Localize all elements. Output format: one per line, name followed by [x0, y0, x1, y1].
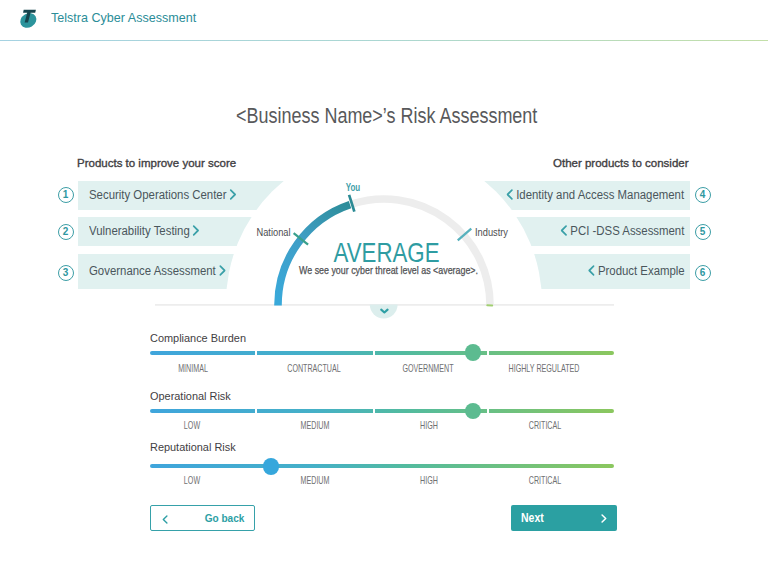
svg-text:We see your cyber threat level: We see your cyber threat level as <avera…: [299, 265, 478, 276]
svg-text:Industry: Industry: [475, 226, 509, 238]
svg-text:AVERAGE: AVERAGE: [334, 237, 440, 268]
svg-text:National: National: [257, 226, 291, 238]
svg-text:You: You: [346, 182, 361, 193]
